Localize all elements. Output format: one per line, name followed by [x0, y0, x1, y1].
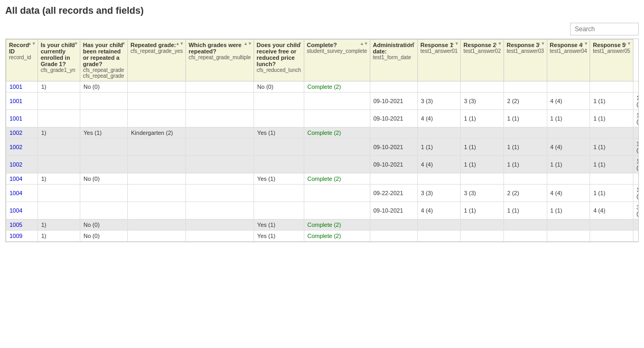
col-header-response3[interactable]: Response 3 test1_answer03 ▲▼ [503, 40, 547, 81]
col-header-repeated-grade[interactable]: Repeated grade: cfs_repeat_grade_yes ▲▼ [128, 40, 186, 81]
sort-icon-response1[interactable]: ▲▼ [451, 42, 459, 46]
cell-r1 [417, 219, 461, 231]
cell-free-lunch [254, 185, 304, 202]
cell-which-grades [185, 185, 254, 202]
sort-icon-response3[interactable]: ▲▼ [537, 42, 545, 46]
cell-record-id: 1001 [6, 110, 38, 127]
col-header-grade1-yn[interactable]: Is your child currently enrolled in Grad… [38, 40, 80, 81]
cell-record-id: 1009 [6, 231, 38, 242]
sort-icon-complete[interactable]: ▲▼ [360, 42, 368, 46]
sort-icon-response4[interactable]: ▲▼ [580, 42, 588, 46]
cell-which-grades [185, 202, 254, 219]
record-id-link[interactable]: 1004 [10, 176, 22, 182]
sort-icon-record-id[interactable]: ▲▼ [27, 42, 36, 46]
cell-r6: 1 (1) [633, 156, 639, 173]
cell-r2: 1 (1) [461, 139, 504, 156]
col-header-response1[interactable]: Response 1 test1_answer01 ▲▼ [417, 40, 461, 81]
cell-r4 [547, 127, 590, 139]
search-input[interactable] [570, 23, 639, 35]
data-table-container: Record ID record_id ▲▼ Is your child cur… [5, 39, 639, 242]
record-id-link[interactable]: 1002 [10, 130, 22, 136]
cell-r2 [461, 127, 504, 139]
cell-r5 [590, 173, 633, 185]
cell-complete [304, 139, 370, 156]
cell-complete: Complete (2) [304, 173, 370, 185]
cell-r1: 3 (3) [417, 93, 461, 110]
cell-r5 [590, 231, 633, 242]
cell-r2: 3 (3) [461, 93, 504, 110]
record-id-link[interactable]: 1002 [10, 161, 22, 168]
record-id-link[interactable]: 1001 [10, 98, 22, 104]
cell-record-id: 1001 [6, 93, 38, 110]
col-header-admin-date[interactable]: Administration date: test1_form_date ▲▼ [370, 40, 417, 81]
cell-r2: 1 (1) [461, 202, 504, 219]
sort-icon-repeated-grade[interactable]: ▲▼ [175, 42, 184, 46]
cell-which-grades [185, 156, 254, 173]
cell-grade1-yn [38, 93, 80, 110]
col-header-record-id[interactable]: Record ID record_id ▲▼ [6, 40, 38, 81]
col-header-response5[interactable]: Response 5 test1_answer05 ▲▼ [590, 40, 633, 81]
col-header-response4[interactable]: Response 4 test1_answer04 ▲▼ [547, 40, 590, 81]
cell-r6: 1 (1) [633, 93, 639, 110]
cell-r5: 1 (1) [590, 110, 633, 127]
cell-free-lunch [254, 156, 304, 173]
record-id-link[interactable]: 1001 [10, 84, 22, 90]
sort-icon-free-lunch[interactable]: ▲▼ [294, 42, 302, 46]
cell-admin-date: 09-10-2021 [370, 202, 417, 219]
sort-icon-which-grades[interactable]: ▲▼ [244, 42, 252, 46]
cell-r5: 1 (1) [590, 156, 633, 173]
cell-r1: 4 (4) [417, 110, 461, 127]
cell-free-lunch: No (0) [254, 81, 304, 93]
cell-r3: 2 (2) [503, 93, 547, 110]
cell-which-grades [185, 81, 254, 93]
cell-repeated-grade [128, 173, 186, 185]
col-header-retained[interactable]: Has your child been retained or repeated… [80, 40, 128, 81]
cell-admin-date: 09-10-2021 [370, 139, 417, 156]
cell-record-id: 1002 [6, 156, 38, 173]
cell-admin-date [370, 127, 417, 139]
table-row: 10021)Yes (1)Kindergarten (2)Yes (1)Comp… [6, 127, 639, 139]
cell-r3 [503, 231, 547, 242]
col-header-complete[interactable]: Complete? student_survey_complete ▲▼ [304, 40, 370, 81]
cell-r1 [417, 231, 461, 242]
cell-r4: 1 (1) [547, 202, 590, 219]
record-id-link[interactable]: 1005 [10, 222, 22, 228]
cell-record-id: 1002 [6, 127, 38, 139]
cell-r3 [503, 173, 547, 185]
record-id-link[interactable]: 1001 [10, 115, 22, 122]
sort-icon-admin-date[interactable]: ▲▼ [407, 42, 416, 46]
cell-grade1-yn [38, 202, 80, 219]
sort-icon-response2[interactable]: ▲▼ [493, 42, 502, 46]
table-row: 100109-10-20213 (3)3 (3)2 (2)4 (4)1 (1)1… [6, 93, 639, 110]
col-header-free-lunch[interactable]: Does your child receive free or reduced … [254, 40, 304, 81]
cell-retained [80, 93, 128, 110]
record-id-link[interactable]: 1002 [10, 144, 22, 150]
cell-complete: Complete (2) [304, 81, 370, 93]
cell-free-lunch [254, 110, 304, 127]
table-row: 10051)No (0)Yes (1)Complete (2) [6, 219, 639, 231]
record-id-link[interactable]: 1004 [10, 190, 22, 196]
sort-icon-retained[interactable]: ▲▼ [117, 42, 126, 46]
sort-icon-response5[interactable]: ▲▼ [623, 42, 631, 46]
cell-free-lunch [254, 93, 304, 110]
table-header-row: Record ID record_id ▲▼ Is your child cur… [6, 40, 639, 81]
cell-r2 [461, 173, 504, 185]
cell-complete [304, 110, 370, 127]
cell-r4 [547, 219, 590, 231]
cell-r4: 4 (4) [547, 185, 590, 202]
cell-repeated-grade [128, 219, 186, 231]
cell-r3: 1 (1) [503, 156, 547, 173]
col-header-response2[interactable]: Response 2 test1_answer02 ▲▼ [461, 40, 504, 81]
cell-r4 [547, 231, 590, 242]
cell-repeated-grade [128, 139, 186, 156]
cell-grade1-yn [38, 156, 80, 173]
cell-r5: 1 (1) [590, 139, 633, 156]
cell-record-id: 1005 [6, 219, 38, 231]
record-id-link[interactable]: 1004 [10, 207, 22, 214]
cell-grade1-yn [38, 139, 80, 156]
record-id-link[interactable]: 1009 [10, 233, 22, 239]
col-header-which-grades[interactable]: Which grades were repeated? cfs_repeat_g… [185, 40, 254, 81]
cell-r5: 4 (4) [590, 202, 633, 219]
cell-retained: No (0) [80, 219, 128, 231]
sort-icon-grade1-yn[interactable]: ▲▼ [70, 42, 78, 46]
